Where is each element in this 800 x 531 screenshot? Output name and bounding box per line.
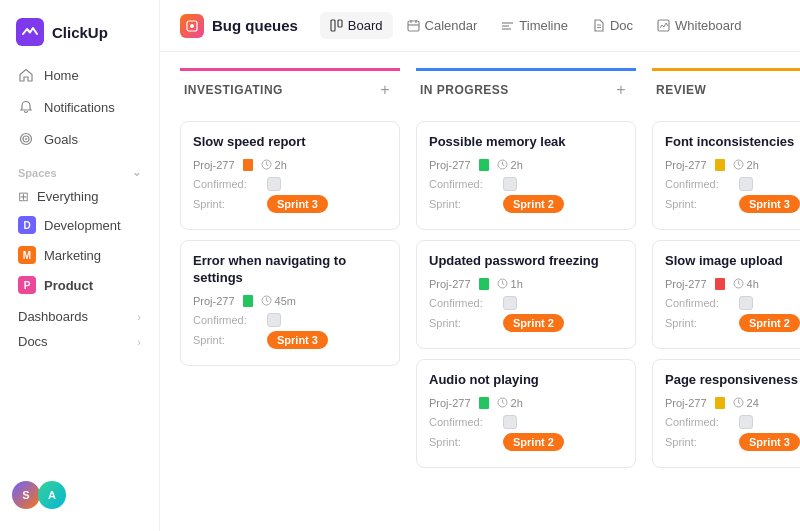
marketing-badge: M [18,246,36,264]
confirmed-checkbox[interactable] [503,415,517,429]
tab-calendar[interactable]: Calendar [397,12,488,39]
dashboards-label: Dashboards [18,309,88,324]
spaces-list: ⊞ Everything D Development M Marketing P… [0,183,159,300]
card-sprint-row: Sprint: Sprint 2 [429,433,623,451]
tab-whiteboard[interactable]: Whiteboard [647,12,751,39]
sprint-badge[interactable]: Sprint 2 [739,314,800,332]
sidebar-item-notifications[interactable]: Notifications [8,92,151,122]
sidebar-item-docs[interactable]: Docs › [8,329,151,354]
time-icon [261,159,272,170]
home-icon [18,67,34,83]
card[interactable]: Possible memory leak Proj-277 2h Confirm… [416,121,636,230]
confirmed-checkbox[interactable] [739,415,753,429]
logo-text: ClickUp [52,24,108,41]
grid-icon: ⊞ [18,189,29,204]
confirmed-checkbox[interactable] [503,296,517,310]
spaces-label: Spaces [18,167,57,179]
sidebar-item-product[interactable]: P Product [8,270,151,300]
card-confirmed-row: Confirmed: [429,415,623,429]
card-meta: Proj-277 24 [665,397,800,409]
sidebar-item-home[interactable]: Home [8,60,151,90]
development-badge: D [18,216,36,234]
sprint-badge[interactable]: Sprint 3 [267,331,328,349]
card-meta: Proj-277 2h [665,159,800,171]
sprint-badge[interactable]: Sprint 2 [503,433,564,451]
card-time: 2h [497,397,523,409]
card[interactable]: Audio not playing Proj-277 2h Confirmed:… [416,359,636,468]
header-tabs: Board Calendar Timeline Doc Whiteboard [320,12,752,39]
card-sprint-row: Sprint: Sprint 2 [429,195,623,213]
column-header-investigating: INVESTIGATING+ [180,68,400,111]
column-add-in-progress[interactable]: + [610,79,632,101]
confirmed-checkbox[interactable] [739,177,753,191]
card-time: 4h [733,278,759,290]
card[interactable]: Slow image upload Proj-277 4h Confirmed:… [652,240,800,349]
dashboards-docs-section: Dashboards › Docs › [0,300,159,354]
card-sprint-row: Sprint: Sprint 2 [429,314,623,332]
avatar-s[interactable]: S [12,481,40,509]
card-title: Audio not playing [429,372,623,389]
card-confirmed-row: Confirmed: [665,296,800,310]
confirmed-checkbox[interactable] [267,313,281,327]
time-icon [497,278,508,289]
avatar-2[interactable]: A [38,481,66,509]
card-flag-icon [479,278,489,290]
card-proj-id: Proj-277 [665,159,707,171]
sprint-badge[interactable]: Sprint 3 [267,195,328,213]
bug-queues-icon [180,14,204,38]
card-title: Font inconsistencies [665,134,800,151]
card-title: Updated password freezing [429,253,623,270]
card-proj-id: Proj-277 [665,278,707,290]
sprint-badge[interactable]: Sprint 2 [503,314,564,332]
card-sprint-row: Sprint: Sprint 3 [665,195,800,213]
column-review: REVIEW+ Font inconsistencies Proj-277 2h… [652,68,800,515]
sidebar-item-development[interactable]: D Development [8,210,151,240]
sidebar-item-goals-label: Goals [44,132,78,147]
dashboards-chevron-icon: › [137,311,141,323]
sidebar-item-dashboards[interactable]: Dashboards › [8,304,151,329]
board-area: INVESTIGATING+ Slow speed report Proj-27… [160,52,800,531]
logo-area[interactable]: ClickUp [0,12,159,60]
sidebar-item-marketing[interactable]: M Marketing [8,240,151,270]
sprint-badge[interactable]: Sprint 2 [503,195,564,213]
card-flag-icon [243,159,253,171]
card[interactable]: Slow speed report Proj-277 2h Confirmed:… [180,121,400,230]
tab-timeline[interactable]: Timeline [491,12,578,39]
confirmed-checkbox[interactable] [267,177,281,191]
column-header-review: REVIEW+ [652,68,800,111]
card-proj-id: Proj-277 [429,278,471,290]
card[interactable]: Page responsiveness Issu Proj-277 24 Con… [652,359,800,468]
sprint-label: Sprint: [665,198,733,210]
spaces-chevron-icon[interactable]: ⌄ [132,166,141,179]
tab-timeline-label: Timeline [519,18,568,33]
bell-icon [18,99,34,115]
sidebar-item-home-label: Home [44,68,79,83]
confirmed-checkbox[interactable] [739,296,753,310]
card-confirmed-row: Confirmed: [193,177,387,191]
sidebar-item-everything[interactable]: ⊞ Everything [8,183,151,210]
spaces-section: Spaces ⌄ [0,154,159,183]
tab-board[interactable]: Board [320,12,393,39]
svg-point-3 [25,138,27,140]
svg-rect-7 [338,20,342,27]
clickup-logo-icon [16,18,44,46]
tab-doc-label: Doc [610,18,633,33]
column-investigating: INVESTIGATING+ Slow speed report Proj-27… [180,68,400,515]
sprint-badge[interactable]: Sprint 3 [739,433,800,451]
header: Bug queues Board Calendar Timeline Doc W… [160,0,800,52]
card[interactable]: Font inconsistencies Proj-277 2h Confirm… [652,121,800,230]
card[interactable]: Updated password freezing Proj-277 1h Co… [416,240,636,349]
card-proj-id: Proj-277 [429,159,471,171]
card-confirmed-row: Confirmed: [665,177,800,191]
tab-doc[interactable]: Doc [582,12,643,39]
sprint-badge[interactable]: Sprint 3 [739,195,800,213]
doc-tab-icon [592,19,605,32]
column-add-investigating[interactable]: + [374,79,396,101]
column-in-progress: IN PROGRESS+ Possible memory leak Proj-2… [416,68,636,515]
confirmed-checkbox[interactable] [503,177,517,191]
column-header-in-progress: IN PROGRESS+ [416,68,636,111]
card[interactable]: Error when navigating to settings Proj-2… [180,240,400,366]
confirmed-label: Confirmed: [429,297,497,309]
card-time: 2h [261,159,287,171]
sidebar-item-goals[interactable]: Goals [8,124,151,154]
